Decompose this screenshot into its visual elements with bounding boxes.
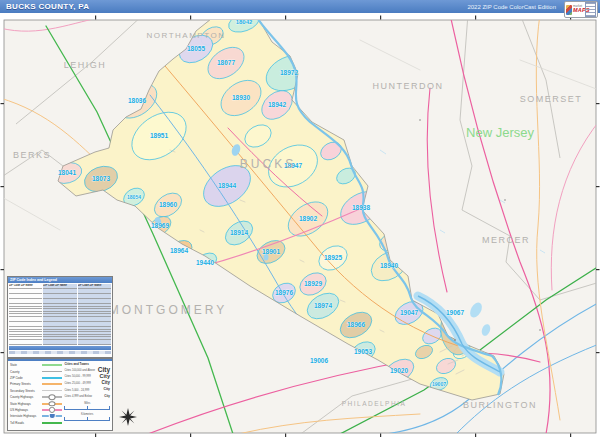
zip-label-18942: 18942 (268, 101, 286, 108)
scale-bar-kilometers: Kilometers (64, 413, 110, 421)
zip-label-18964: 18964 (170, 247, 188, 254)
city-size-sample: City (101, 381, 110, 386)
legend-panel: StateCountyZIP CodePrimary StreetsSecond… (7, 358, 113, 431)
county-label-mercer: MERCER (482, 235, 530, 245)
city-size-label: Cities 100,000 and Above (64, 369, 95, 372)
zip-label-18054: 18054 (127, 194, 141, 200)
zip-index-panel: ZIP Code Index and Legend ZIP Code ZIP N… (7, 276, 113, 358)
zip-label-19067: 19067 (446, 309, 464, 316)
zip-label-18938: 18938 (352, 204, 370, 211)
zip-label-18055: 18055 (187, 45, 205, 52)
secondary-swatch-icon (42, 389, 62, 393)
zip-label-18902: 18902 (299, 215, 317, 222)
zip-label-18940: 18940 (380, 262, 398, 269)
zip-label-18944: 18944 (218, 182, 236, 189)
zip-label-18041: 18041 (58, 169, 76, 176)
zip-label-19007: 19007 (432, 381, 446, 387)
city-size-label: Cities 50,000 - 99,999 (64, 375, 90, 378)
legend-cities-column: Cities and Towns Cities 100,000 and Abov… (64, 362, 110, 426)
state-label-new-jersey: New Jersey (466, 125, 534, 140)
county-swatch-icon (42, 370, 62, 374)
county-label-hunterdon: HUNTERDON (373, 81, 444, 91)
legend-item-label: Toll Roads (10, 421, 24, 425)
city-size-row: Cities 5,000 - 24,999City (64, 387, 110, 394)
county-label-northampton: NORTHAMPTON (147, 31, 226, 40)
zip-index-rows (43, 288, 76, 346)
zip-label-18951: 18951 (150, 132, 168, 139)
zip-index-footer-bar (9, 346, 111, 350)
city-size-sample: City (103, 388, 110, 392)
legend-item-label: State (10, 363, 17, 367)
logo-brand-bottom: MAPS (573, 8, 584, 14)
scale-bars: MilesKilometers (64, 402, 110, 421)
zip-label-19006: 19006 (310, 357, 328, 364)
zip-label-18077: 18077 (217, 59, 235, 66)
zip-index-footer-bar2 (9, 351, 111, 354)
city-size-sample: City (104, 395, 110, 398)
legend-item-label: ZIP Code (10, 376, 23, 380)
zip-label-19020: 19020 (390, 367, 408, 374)
zip-index-rows (9, 288, 42, 346)
primary-swatch-icon (42, 382, 62, 386)
county-label-montgomery: MONTGOMERY (109, 303, 227, 317)
zip-label-19440: 19440 (196, 259, 214, 266)
city-size-row: Cities 4,999 and BelowCity (64, 393, 110, 400)
scale-bar-miles: Miles (64, 402, 110, 410)
city-size-label: Cities 5,000 - 24,999 (64, 389, 89, 392)
scale-bar-ruler (64, 405, 110, 410)
zip-index-rows (78, 288, 111, 346)
county-label-bucks: BUCKS (240, 157, 296, 171)
publisher-logo: market MAPS (564, 1, 598, 18)
zip-swatch-icon (42, 376, 62, 380)
county-hwy-swatch-icon (42, 395, 62, 399)
logo-detail-card (585, 2, 596, 17)
zip-index-column: ZIP Code ZIP Name (9, 284, 42, 345)
map-page: 1804218055180771897218930180361894218951… (0, 0, 600, 437)
legend-item-toll: Toll Roads (10, 420, 62, 426)
zip-label-18969: 18969 (151, 222, 169, 229)
toll-swatch-icon (42, 421, 62, 425)
zip-index-table: ZIP Code ZIP NameZIP Code ZIP NameZIP Co… (8, 283, 112, 346)
county-label-lehigh: LEHIGH (64, 60, 107, 70)
city-size-row: Cities 25,000 - 49,999City (64, 380, 110, 387)
legend-item-label: Primary Streets (10, 382, 31, 386)
city-size-label: Cities 25,000 - 49,999 (64, 382, 90, 385)
legend-item-label: State Highways (10, 402, 31, 406)
zip-label-18073: 18073 (92, 175, 110, 182)
legend-item-label: County Highways (10, 395, 33, 399)
zip-label-19053: 19053 (354, 348, 372, 355)
county-label-burlington: BURLINGTON (463, 400, 537, 410)
state-hwy-swatch-icon (42, 402, 62, 406)
zip-label-18976: 18976 (275, 289, 293, 296)
scale-bar-ruler (64, 416, 110, 421)
zip-label-18966: 18966 (347, 321, 365, 328)
zip-label-18972: 18972 (280, 69, 298, 76)
legend-item-label: US Highways (10, 408, 28, 412)
county-label-berks: BERKS (13, 150, 51, 160)
zip-index-column: ZIP Code ZIP Name (78, 284, 111, 345)
legend-item-label: Secondary Streets (10, 389, 35, 393)
zip-index-column: ZIP Code ZIP Name (43, 284, 76, 345)
zip-label-18974: 18974 (314, 302, 332, 309)
zip-label-18960: 18960 (159, 201, 177, 208)
legend-item-label: Interstate Highways (10, 414, 36, 418)
interstate-swatch-icon (42, 414, 62, 418)
state-swatch-icon (42, 363, 62, 367)
logo-map-icon (566, 5, 572, 15)
county-label-somerset: SOMERSET (520, 94, 583, 104)
legend-item-label: County (10, 370, 20, 374)
zip-label-18914: 18914 (230, 229, 248, 236)
county-label-philadelphia: PHILADELPHIA (342, 400, 407, 407)
city-size-row: Cities 50,000 - 99,999City (64, 374, 110, 381)
edition-label: 2022 ZIP Code ColorCast Edition (467, 4, 556, 10)
zip-label-18036: 18036 (128, 97, 146, 104)
compass-rose-icon (119, 408, 137, 426)
city-size-label: Cities 4,999 and Below (64, 395, 92, 398)
us-hwy-swatch-icon (42, 408, 62, 412)
map-title: BUCKS COUNTY, PA (6, 2, 89, 11)
zip-label-18929: 18929 (304, 280, 322, 287)
zip-label-18901: 18901 (262, 248, 280, 255)
zip-label-18925: 18925 (324, 254, 342, 261)
zip-label-18930: 18930 (232, 94, 250, 101)
zip-index-footer (8, 346, 112, 357)
